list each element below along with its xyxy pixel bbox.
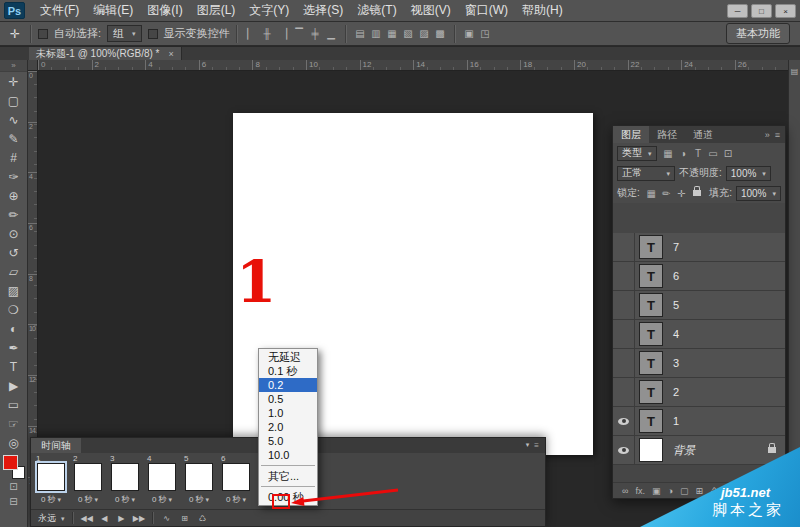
frame-delay-dropdown[interactable]: 0 秒 ▾	[152, 493, 172, 505]
filter-shape-icon[interactable]: ▭	[706, 148, 721, 159]
auto-select-checkbox[interactable]	[38, 29, 48, 39]
show-transform-checkbox[interactable]	[148, 29, 158, 39]
animation-frame[interactable]: 4 0 秒 ▾	[144, 454, 180, 508]
eyedropper-tool[interactable]: ✑	[2, 167, 26, 186]
visibility-cell[interactable]	[613, 233, 635, 261]
animation-frame[interactable]: 3 0 秒 ▾	[107, 454, 143, 508]
layer-row[interactable]: T 3	[613, 349, 785, 378]
lock-all-icon[interactable]	[693, 190, 701, 196]
frame-thumbnail[interactable]	[37, 463, 65, 491]
frame-delay-option[interactable]: 0.00 秒	[259, 490, 317, 504]
menu-item[interactable]: 视图(V)	[404, 0, 458, 22]
minimize-button[interactable]: ─	[727, 4, 748, 18]
menu-item[interactable]: 文件(F)	[33, 0, 86, 22]
visibility-cell[interactable]	[613, 349, 635, 377]
layer-row[interactable]: T 2	[613, 378, 785, 407]
panel-tab[interactable]: 图层	[613, 126, 649, 143]
visibility-cell[interactable]	[613, 407, 635, 435]
delay-chevron-down-icon[interactable]: ▾	[169, 496, 173, 503]
lock-position-icon[interactable]: ✛	[674, 188, 689, 199]
visibility-cell[interactable]	[613, 320, 635, 348]
align-vcenter-icon[interactable]: ╪	[308, 26, 323, 42]
type-tool[interactable]: T	[2, 357, 26, 376]
filter-smart-object-icon[interactable]: ⊡	[721, 148, 736, 159]
filter-type-icon[interactable]: T	[691, 148, 706, 159]
align-top-icon[interactable]: ▔	[292, 26, 307, 42]
lock-transparency-icon[interactable]: ▦	[644, 188, 659, 199]
menu-item[interactable]: 帮助(H)	[515, 0, 570, 22]
crop-tool[interactable]: #	[2, 148, 26, 167]
layer-row[interactable]: T 5	[613, 291, 785, 320]
loop-count-dropdown[interactable]: 永远 ▾	[38, 512, 65, 525]
frame-delay-dropdown[interactable]: 0 秒 ▾	[226, 493, 246, 505]
hand-tool[interactable]: ☞	[2, 414, 26, 433]
frame-delay-option[interactable]: 0.2	[259, 378, 317, 392]
next-frame-button[interactable]: ▶▶	[133, 514, 145, 523]
tools-collapse-icon[interactable]: »	[0, 60, 27, 72]
frame-delay-option[interactable]: 其它...	[259, 469, 317, 483]
lock-pixels-icon[interactable]: ✏	[659, 188, 674, 199]
filter-adjustment-icon[interactable]: ◑	[676, 148, 691, 159]
layer-group-icon[interactable]: ▢	[680, 486, 689, 496]
distribute-right-icon[interactable]: ▩	[433, 26, 448, 42]
filter-pixel-icon[interactable]: ▦	[661, 148, 676, 159]
workspace-switcher-button[interactable]: 基本功能	[726, 23, 790, 44]
distribute-top-icon[interactable]: ▤	[353, 26, 368, 42]
quick-mask-icon[interactable]: ⊡	[9, 479, 17, 494]
layer-mask-icon[interactable]: ▣	[652, 486, 661, 496]
menu-item[interactable]: 图像(I)	[140, 0, 189, 22]
panel-tab[interactable]: 通道	[685, 126, 721, 143]
frame-delay-dropdown[interactable]: 0 秒 ▾	[115, 493, 135, 505]
close-button[interactable]: ×	[775, 4, 796, 18]
frame-thumbnail[interactable]	[222, 463, 250, 491]
foreground-color-swatch[interactable]	[3, 455, 18, 470]
auto-align-layers-icon[interactable]: ▣	[462, 26, 477, 42]
menu-item[interactable]: 文字(Y)	[242, 0, 296, 22]
blur-tool[interactable]: ❍	[2, 300, 26, 319]
pen-tool[interactable]: ✒	[2, 338, 26, 357]
animation-frame[interactable]: 6 0 秒 ▾	[218, 454, 254, 508]
layer-row[interactable]: T 4	[613, 320, 785, 349]
panel-tab[interactable]: 路径	[649, 126, 685, 143]
shape-tool[interactable]: ▭	[2, 395, 26, 414]
tween-button[interactable]: ∿	[161, 514, 172, 523]
blend-mode-dropdown[interactable]: 正常 ▾	[617, 166, 675, 181]
move-tool[interactable]: ✛	[2, 72, 26, 91]
prev-frame-button[interactable]: ◀	[99, 514, 110, 523]
marquee-tool[interactable]: ▢	[2, 91, 26, 110]
quick-selection-tool[interactable]: ✎	[2, 129, 26, 148]
delay-chevron-down-icon[interactable]: ▾	[243, 496, 247, 503]
delay-chevron-down-icon[interactable]: ▾	[95, 496, 99, 503]
align-bottom-icon[interactable]: ▁	[324, 26, 339, 42]
first-frame-button[interactable]: ◀◀	[81, 514, 93, 523]
play-button[interactable]: ▶	[116, 514, 127, 523]
visibility-cell[interactable]	[613, 436, 635, 464]
distribute-bottom-icon[interactable]: ▦	[385, 26, 400, 42]
delete-frame-button[interactable]: ♺	[197, 514, 208, 523]
new-layer-icon[interactable]: ⊞	[695, 486, 703, 496]
collapse-panel-icon[interactable]: »	[765, 130, 770, 140]
auto-select-target-dropdown[interactable]: 组 ▾	[107, 25, 142, 42]
timeline-tab[interactable]: 时间轴	[31, 438, 81, 453]
layer-row[interactable]: T 6	[613, 262, 785, 291]
frame-delay-option[interactable]: 10.0	[259, 448, 317, 462]
zoom-tool[interactable]: ◎	[2, 433, 26, 452]
visibility-cell[interactable]	[613, 262, 635, 290]
layer-effects-icon[interactable]: fx.	[635, 486, 645, 496]
frame-thumbnail[interactable]	[148, 463, 176, 491]
screen-mode-icon[interactable]: ⊟	[9, 494, 17, 509]
restore-button[interactable]: □	[751, 4, 772, 18]
clone-stamp-tool[interactable]: ⊙	[2, 224, 26, 243]
distribute-hcenter-icon[interactable]: ▨	[417, 26, 432, 42]
menu-item[interactable]: 滤镜(T)	[350, 0, 403, 22]
frame-delay-option[interactable]: 1.0	[259, 406, 317, 420]
layer-row[interactable]: T 1	[613, 407, 785, 436]
frame-delay-option[interactable]: 无延迟	[259, 350, 317, 364]
frame-delay-option[interactable]: 0.1 秒	[259, 364, 317, 378]
panel-menu-icon[interactable]: ≡	[775, 130, 780, 140]
gradient-tool[interactable]: ▨	[2, 281, 26, 300]
frame-delay-dropdown[interactable]: 0 秒 ▾	[78, 493, 98, 505]
lasso-tool[interactable]: ∿	[2, 110, 26, 129]
frame-thumbnail[interactable]	[74, 463, 102, 491]
frame-delay-option[interactable]: 5.0	[259, 434, 317, 448]
